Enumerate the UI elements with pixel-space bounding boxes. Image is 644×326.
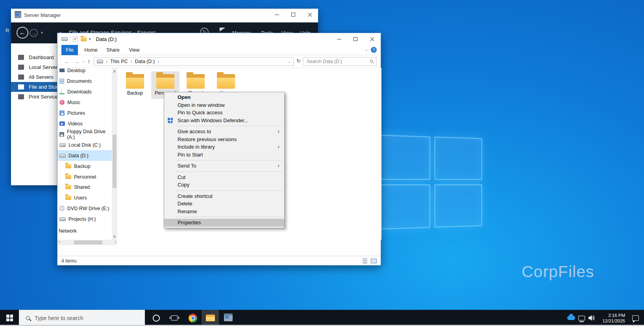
folder-tile-backup[interactable]: Backup: [121, 71, 149, 99]
file-explorer-taskbar-button[interactable]: [202, 310, 219, 326]
tab-view[interactable]: View: [126, 45, 142, 55]
tree-item-videos[interactable]: ▶Videos: [57, 118, 112, 129]
tree-label: DVD RW Drive (E:): [67, 206, 109, 211]
menu-item-open[interactable]: Open: [164, 93, 284, 101]
taskbar-clock[interactable]: 2:16 PM 12/21/2025: [596, 310, 625, 326]
submenu-arrow-icon: ›: [278, 162, 279, 170]
search-icon[interactable]: [370, 60, 373, 62]
volume-tray-button[interactable]: [586, 310, 597, 326]
menu-item-send-to[interactable]: Send To›: [164, 162, 284, 170]
tab-share[interactable]: Share: [104, 45, 122, 55]
tree-item-documents[interactable]: Documents: [57, 76, 112, 86]
menu-item-delete[interactable]: Delete: [164, 200, 284, 208]
tree-item-users[interactable]: Users: [57, 192, 112, 203]
customize-quick-access-icon[interactable]: ▾: [89, 37, 91, 41]
address-dropdown-icon[interactable]: ⌄: [288, 59, 291, 63]
tree-item-desktop[interactable]: Desktop: [57, 68, 112, 76]
forward-button[interactable]: →: [30, 29, 38, 37]
chrome-button[interactable]: [184, 310, 202, 326]
menu-item-pin-quick-access[interactable]: Pin to Quick access: [164, 109, 284, 117]
tree-horizontal-scrollbar[interactable]: ‹ ›: [57, 240, 117, 245]
menu-item-restore-versions[interactable]: Restore previous versions: [164, 136, 284, 143]
cortana-icon: [153, 315, 160, 322]
minimize-button[interactable]: [268, 9, 285, 20]
tree-label: Pictures: [67, 110, 85, 116]
forward-icon[interactable]: →: [74, 58, 80, 65]
tree-item-data-d[interactable]: Data (D:): [57, 150, 112, 161]
task-view-button[interactable]: [166, 310, 183, 326]
menu-item-pin-start[interactable]: Pin to Start: [164, 151, 284, 159]
menu-item-label: Create shortcut: [178, 193, 213, 199]
network-tray-button[interactable]: [576, 310, 587, 326]
menu-item-scan-defender[interactable]: Scan with Windows Defender...: [164, 117, 284, 125]
back-button[interactable]: ←: [17, 27, 28, 39]
nav-dropdown-icon[interactable]: ▾: [41, 30, 43, 35]
up-icon[interactable]: ↑: [87, 58, 91, 65]
menu-item-create-shortcut[interactable]: Create shortcut: [164, 192, 284, 200]
tree-label: Backup: [74, 164, 91, 169]
expand-ribbon-icon[interactable]: ⌄: [365, 47, 368, 52]
tree-item-personnel[interactable]: Personnel: [57, 171, 112, 182]
tab-file[interactable]: File: [61, 45, 78, 55]
scroll-down-icon[interactable]: ∨: [112, 234, 117, 238]
tree-item-music[interactable]: ♪Music: [57, 97, 112, 108]
tree-item-pictures[interactable]: Pictures: [57, 108, 112, 118]
server-manager-taskbar-button[interactable]: [220, 310, 237, 326]
taskbar-search-box[interactable]: [19, 310, 145, 326]
start-button[interactable]: [0, 310, 19, 326]
tree-item-projects-h[interactable]: Projects (H:): [57, 214, 112, 224]
onedrive-tray-button[interactable]: [566, 310, 577, 326]
address-bar[interactable]: › This PC › Data (D:) › ⌄: [94, 57, 294, 66]
address-segment-drive[interactable]: Data (D:): [135, 59, 155, 64]
cortana-button[interactable]: [148, 310, 165, 326]
scroll-right-icon[interactable]: ›: [115, 240, 116, 244]
tab-home[interactable]: Home: [82, 45, 100, 55]
menu-item-include-library[interactable]: Include in library›: [164, 143, 284, 151]
menu-item-give-access[interactable]: Give access to›: [164, 128, 284, 136]
back-icon[interactable]: ←: [64, 58, 70, 65]
close-icon: [370, 37, 374, 41]
maximize-button[interactable]: [285, 9, 302, 20]
refresh-icon[interactable]: ↻: [296, 58, 301, 64]
tree-item-network[interactable]: Network: [57, 225, 112, 236]
thumbnails-view-icon[interactable]: [371, 259, 377, 263]
address-segment-this-pc[interactable]: This PC: [110, 59, 128, 64]
scroll-up-icon[interactable]: ∧: [112, 69, 117, 73]
menu-item-rename[interactable]: Rename: [164, 208, 284, 216]
explorer-titlebar[interactable]: ▾ Data (D:): [57, 33, 381, 45]
quick-access-properties-icon[interactable]: [73, 36, 78, 42]
menu-item-open-new-window[interactable]: Open in new window: [164, 101, 284, 109]
navigation-tree: Desktop Documents Downloads ♪Music Pictu…: [57, 68, 117, 240]
tree-item-local-disk-c[interactable]: Local Disk (C:): [57, 140, 112, 150]
item-count: 4 items: [61, 258, 77, 264]
close-button[interactable]: [302, 9, 318, 20]
details-view-icon[interactable]: [363, 259, 367, 263]
tree-item-shared[interactable]: Shared: [57, 182, 112, 192]
minimize-button[interactable]: [331, 33, 347, 45]
tree-item-dvd-e[interactable]: DVD RW Drive (E:): [57, 203, 112, 214]
notifications-flag-icon[interactable]: [220, 28, 225, 32]
action-center-button[interactable]: [628, 310, 642, 326]
server-manager-titlebar[interactable]: Server Manager: [11, 9, 318, 22]
menu-item-copy[interactable]: Copy: [164, 181, 284, 189]
tree-item-floppy-a[interactable]: Floppy Disk Drive (A:): [57, 129, 112, 140]
search-box[interactable]: [303, 57, 377, 66]
scrollbar-thumb[interactable]: [74, 240, 102, 244]
maximize-button[interactable]: [347, 33, 364, 45]
folder-icon: [217, 74, 235, 89]
scroll-left-icon[interactable]: ‹: [59, 240, 60, 244]
tree-item-backup[interactable]: Backup: [57, 161, 112, 171]
maximize-icon: [353, 37, 357, 41]
taskbar-search-input[interactable]: [35, 315, 129, 321]
help-button[interactable]: ?: [371, 47, 377, 53]
tree-item-downloads[interactable]: Downloads: [57, 86, 112, 97]
close-button[interactable]: [364, 33, 380, 45]
menu-item-properties[interactable]: Properties: [164, 219, 284, 227]
search-input[interactable]: [307, 58, 366, 65]
recent-locations-icon[interactable]: ⌄: [82, 59, 85, 63]
quick-access-newfolder-icon[interactable]: [81, 37, 87, 41]
tree-vertical-scrollbar[interactable]: ∧ ∨: [112, 68, 117, 240]
menu-item-label: Give access to: [178, 129, 211, 134]
scrollbar-thumb[interactable]: [113, 135, 117, 188]
menu-item-cut[interactable]: Cut: [164, 173, 284, 181]
